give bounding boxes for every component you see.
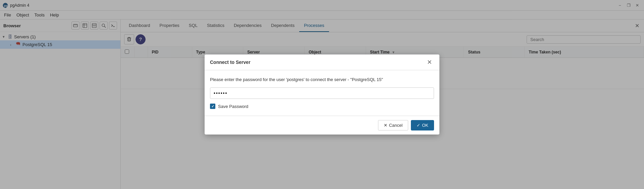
save-password-checkbox[interactable]: ✓ (210, 104, 215, 109)
modal-title: Connect to Server (210, 60, 251, 65)
ok-button[interactable]: ✓ OK (411, 120, 434, 130)
cancel-x-icon: ✕ (384, 123, 387, 128)
cancel-label: Cancel (389, 123, 402, 128)
cancel-button[interactable]: ✕ Cancel (378, 120, 408, 130)
modal-overlay: Connect to Server ✕ Please enter the pas… (0, 0, 644, 189)
save-password-row: ✓ Save Password (210, 104, 434, 109)
modal-body: Please enter the password for the user '… (205, 70, 439, 116)
modal-header: Connect to Server ✕ (205, 54, 439, 70)
ok-check-icon: ✓ (417, 123, 420, 128)
ok-label: OK (422, 123, 428, 128)
connect-to-server-modal: Connect to Server ✕ Please enter the pas… (205, 54, 439, 135)
save-password-label[interactable]: Save Password (218, 104, 248, 109)
password-input[interactable] (210, 87, 434, 99)
modal-message: Please enter the password for the user '… (210, 77, 434, 82)
modal-close-button[interactable]: ✕ (425, 59, 434, 66)
modal-footer: ✕ Cancel ✓ OK (205, 116, 439, 135)
checkbox-check-icon: ✓ (211, 104, 214, 109)
